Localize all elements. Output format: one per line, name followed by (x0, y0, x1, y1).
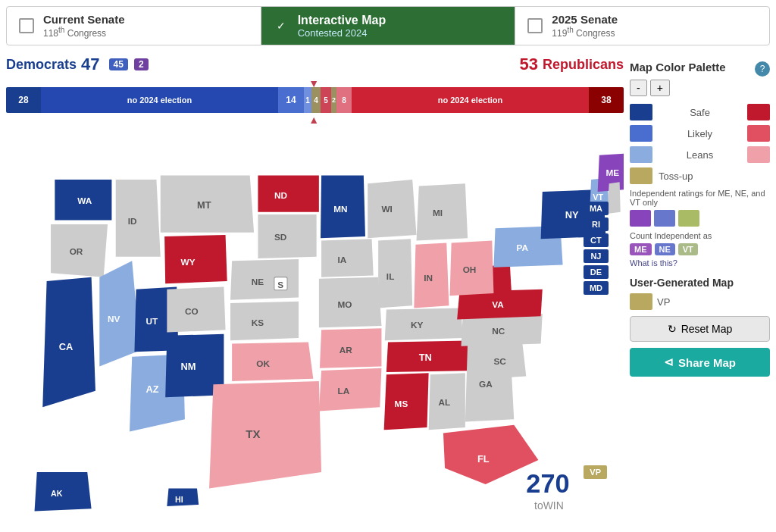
vp-label: VP (657, 296, 670, 308)
state-KY[interactable] (385, 308, 463, 340)
state-IA[interactable] (321, 239, 374, 277)
state-btn-NJ[interactable]: NJ (584, 249, 609, 263)
reset-label: Reset Map (681, 323, 733, 335)
svg-text:ID: ID (128, 216, 137, 226)
what-is-this-link[interactable]: What is this? (630, 258, 770, 268)
svg-text:TN: TN (419, 352, 432, 363)
palette-title: Map Color Palette (630, 61, 726, 74)
vp-swatch[interactable] (630, 293, 652, 310)
logo-270: 270 (526, 469, 569, 498)
svg-text:MS: MS (395, 399, 408, 408)
svg-text:VT: VT (593, 192, 603, 202)
rep-lean-count: 8 (336, 87, 352, 113)
svg-text:SC: SC (493, 356, 506, 366)
interactive-map-title: Interactive Map (298, 14, 386, 27)
state-SD[interactable] (258, 214, 316, 258)
state-ID[interactable] (116, 180, 161, 257)
vp-map-btn[interactable]: VP (584, 465, 607, 479)
svg-text:CO: CO (185, 306, 199, 316)
header-nav: Current Senate 118th Congress ✓ Interact… (6, 6, 770, 45)
state-TX[interactable] (209, 381, 321, 489)
safe-color-row: Safe (630, 104, 770, 120)
state-NH[interactable] (608, 182, 621, 214)
svg-text:NE: NE (252, 277, 264, 286)
indie-swatch-2[interactable] (654, 210, 675, 227)
state-WY[interactable] (164, 235, 227, 283)
likely-label: Likely (659, 128, 741, 139)
dem-safe-count: 28 (6, 87, 41, 113)
palette-minus-btn[interactable]: - (630, 80, 647, 96)
svg-text:MN: MN (333, 204, 347, 214)
vt-badge[interactable]: VT (678, 243, 698, 255)
main-content: Democrats 47 45 2 53 Republicans ▼ 28 no… (0, 52, 776, 529)
leans-dem-swatch[interactable] (630, 146, 652, 163)
state-btn-RI[interactable]: RI (584, 217, 609, 231)
palette-controls: - + (630, 80, 770, 96)
state-OK[interactable] (232, 342, 313, 380)
state-btn-MA[interactable]: MA (584, 202, 609, 215)
svg-text:LA: LA (338, 386, 350, 396)
svg-text:MI: MI (433, 208, 443, 217)
safe-label: Safe (659, 107, 741, 118)
interactive-map-checkbox: ✓ (274, 18, 289, 33)
svg-text:AZ: AZ (146, 383, 158, 395)
tossup-label: Toss-up (659, 171, 693, 182)
current-senate-tab[interactable]: Current Senate 118th Congress (7, 7, 261, 45)
safe-rep-swatch[interactable] (747, 104, 770, 120)
state-KS[interactable] (230, 302, 299, 340)
current-senate-title: Current Senate (43, 13, 125, 26)
svg-text:VA: VA (492, 299, 504, 309)
state-ND[interactable] (258, 176, 318, 212)
dem-badge2: 2 (134, 58, 149, 70)
state-IL[interactable] (378, 239, 412, 308)
likely-dem-swatch[interactable] (630, 125, 652, 142)
palette-help-btn[interactable]: ? (755, 61, 770, 77)
state-FL[interactable] (443, 425, 538, 484)
share-map-button[interactable]: ⊲ Share Map (630, 348, 770, 377)
indie-swatches (630, 210, 770, 227)
interactive-map-sub: Contested 2024 (298, 27, 386, 39)
svg-text:IN: IN (424, 273, 433, 283)
likely-rep-swatch[interactable] (747, 125, 770, 142)
svg-text:WI: WI (381, 204, 392, 214)
dem-count: 47 (81, 55, 99, 74)
leans-rep-swatch[interactable] (747, 146, 770, 163)
tossup-swatch[interactable] (630, 167, 652, 184)
state-LA[interactable] (319, 368, 382, 412)
palette-plus-btn[interactable]: + (650, 80, 670, 96)
logo-towin: toWIN (534, 499, 564, 512)
interactive-map-tab[interactable]: ✓ Interactive Map Contested 2024 (261, 7, 515, 45)
state-btn-CT[interactable]: CT (584, 233, 609, 247)
svg-text:KY: KY (411, 320, 424, 330)
state-btn-DE[interactable]: DE (584, 265, 609, 279)
state-AK[interactable] (35, 472, 92, 511)
state-btn-MD[interactable]: MD (584, 281, 609, 295)
svg-text:ND: ND (274, 190, 288, 200)
safe-dem-swatch[interactable] (630, 104, 652, 120)
svg-text:OR: OR (70, 246, 83, 256)
2025-senate-title: 2025 Senate (552, 13, 618, 26)
svg-text:NY: NY (565, 209, 579, 221)
user-map-title: User-Generated Map (630, 277, 770, 289)
majority-marker-bottom: ▲ (308, 114, 319, 126)
svg-text:MT: MT (197, 199, 211, 211)
dem-no-election: no 2024 election (41, 87, 278, 113)
2025-senate-tab[interactable]: 2025 Senate 119th Congress (515, 7, 769, 45)
ne-badge[interactable]: NE (655, 243, 675, 255)
reset-map-button[interactable]: ↻ Reset Map (630, 316, 770, 342)
svg-text:NM: NM (181, 361, 196, 372)
me-badge[interactable]: ME (630, 243, 652, 255)
count-label: Count Independent as (630, 231, 770, 240)
rep-label: Republicans (543, 57, 624, 73)
indie-swatch-1[interactable] (630, 210, 651, 227)
2025-senate-sub: 119th Congress (552, 26, 618, 39)
state-NE[interactable] (230, 259, 299, 300)
svg-text:AK: AK (51, 489, 63, 498)
seat-bar[interactable]: 28 no 2024 election 14 1 4 5 2 8 no 2024… (6, 87, 624, 113)
svg-text:AL: AL (439, 397, 451, 407)
svg-text:CA: CA (59, 341, 74, 352)
share-icon: ⊲ (664, 355, 674, 369)
svg-text:TX: TX (246, 427, 260, 440)
indie-swatch-3[interactable] (678, 210, 699, 227)
svg-text:KS: KS (252, 318, 264, 327)
